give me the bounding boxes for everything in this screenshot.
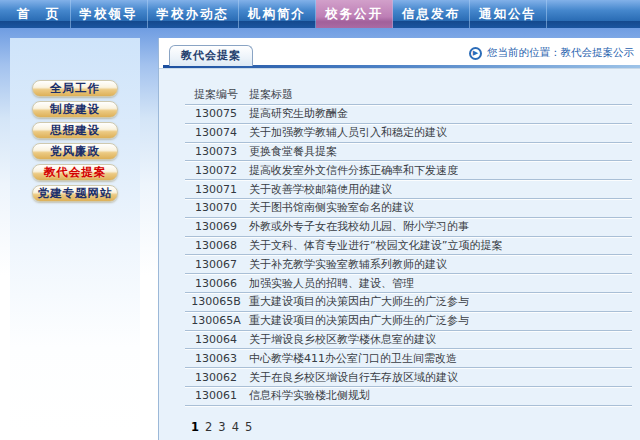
proposal-id: 130065B <box>185 295 247 308</box>
page-number-3[interactable]: 3 <box>218 420 225 434</box>
content-header: 教代会提案 ▶ 您当前的位置：教代会提案公示 <box>159 38 640 68</box>
proposal-id: 130066 <box>185 277 247 290</box>
proposal-id: 130064 <box>185 333 247 346</box>
sidebar-button-3[interactable]: 思想建设 <box>32 122 118 139</box>
proposal-id: 130061 <box>185 389 247 402</box>
sidebar-button-2[interactable]: 制度建设 <box>32 101 118 118</box>
table-row[interactable]: 130066加强实验人员的招聘、建设、管理 <box>185 274 632 293</box>
nav-item-1[interactable]: 首 页 <box>8 0 71 28</box>
nav-item-3[interactable]: 学校办动态 <box>148 0 240 28</box>
proposal-title: 中心教学楼411办公室门口的卫生间需改造 <box>247 351 457 366</box>
proposal-id: 130071 <box>185 183 247 196</box>
nav-item-7[interactable]: 通知公告 <box>470 0 547 28</box>
table-row[interactable]: 130075提高研究生助教酬金 <box>185 105 632 124</box>
proposal-title: 关于增设良乡校区教学楼休息室的建议 <box>247 332 436 347</box>
proposal-title: 关于文科、体育专业进行“校园文化建设”立项的提案 <box>247 238 502 253</box>
proposal-title: 关于改善学校邮箱使用的建议 <box>247 182 392 197</box>
proposal-title: 提高收发室外文信件分拣正确率和下发速度 <box>247 163 458 178</box>
proposal-title: 加强实验人员的招聘、建设、管理 <box>247 276 414 291</box>
table-row[interactable]: 130072提高收发室外文信件分拣正确率和下发速度 <box>185 161 632 180</box>
breadcrumb: ▶ 您当前的位置：教代会提案公示 <box>469 46 634 60</box>
top-navbar: 首 页学校领导学校办动态机构简介校务公开信息发布通知公告 <box>0 0 640 28</box>
page-background: 全局工作制度建设思想建设党风廉政教代会提案党建专题网站 教代会提案 ▶ 您当前的… <box>0 28 640 440</box>
nav-item-6[interactable]: 信息发布 <box>393 0 470 28</box>
page-number-1[interactable]: 1 <box>191 420 199 434</box>
proposal-title: 关于加强教学教辅人员引入和稳定的建议 <box>247 125 447 140</box>
page-number-4[interactable]: 4 <box>232 420 239 434</box>
proposal-title: 关于补充教学实验室教辅系列教师的建议 <box>247 257 447 272</box>
proposal-title: 信息科学实验楼北侧规划 <box>247 388 370 403</box>
proposal-id: 130074 <box>185 126 247 139</box>
sidebar-button-1[interactable]: 全局工作 <box>32 80 118 97</box>
page-number-5[interactable]: 5 <box>245 420 252 434</box>
proposal-title: 关于图书馆南侧实验室命名的建议 <box>247 200 414 215</box>
table-row[interactable]: 130071关于改善学校邮箱使用的建议 <box>185 180 632 199</box>
proposal-id: 130067 <box>185 258 247 271</box>
page-number-2[interactable]: 2 <box>205 420 212 434</box>
breadcrumb-text: 您当前的位置：教代会提案公示 <box>487 46 634 60</box>
proposal-title: 更换食堂餐具提案 <box>247 144 337 159</box>
sidebar-button-4[interactable]: 党风廉政 <box>32 143 118 160</box>
table-header-row: 提案编号 提案标题 <box>185 84 632 105</box>
proposal-id: 130070 <box>185 201 247 214</box>
location-arrow-icon: ▶ <box>469 47 482 60</box>
table-row[interactable]: 130065B重大建设项目的决策因由广大师生的广泛参与 <box>185 293 632 312</box>
sidebar: 全局工作制度建设思想建设党风廉政教代会提案党建专题网站 <box>10 38 140 434</box>
sidebar-button-5[interactable]: 教代会提案 <box>32 164 118 181</box>
proposal-title: 外教或外专子女在我校幼儿园、附小学习的事 <box>247 219 469 234</box>
table-row[interactable]: 130064关于增设良乡校区教学楼休息室的建议 <box>185 331 632 350</box>
proposal-id: 130068 <box>185 239 247 252</box>
proposal-id: 130062 <box>185 371 247 384</box>
content-area: 教代会提案 ▶ 您当前的位置：教代会提案公示 提案编号 提案标题 130075提… <box>158 38 640 440</box>
proposal-id: 130075 <box>185 107 247 120</box>
table-row[interactable]: 130068关于文科、体育专业进行“校园文化建设”立项的提案 <box>185 237 632 256</box>
table-row[interactable]: 130070关于图书馆南侧实验室命名的建议 <box>185 199 632 218</box>
proposal-id: 130063 <box>185 352 247 365</box>
nav-item-5[interactable]: 校务公开 <box>316 0 393 28</box>
sidebar-button-list: 全局工作制度建设思想建设党风廉政教代会提案党建专题网站 <box>10 38 140 206</box>
proposal-table-panel: 提案编号 提案标题 130075提高研究生助教酬金130074关于加强教学教辅人… <box>159 68 640 440</box>
column-header-proposal-title: 提案标题 <box>247 87 293 102</box>
table-row[interactable]: 130063中心教学楼411办公室门口的卫生间需改造 <box>185 349 632 368</box>
table-row[interactable]: 130067关于补充教学实验室教辅系列教师的建议 <box>185 255 632 274</box>
table-row[interactable]: 130074关于加强教学教辅人员引入和稳定的建议 <box>185 124 632 143</box>
proposal-title: 重大建设项目的决策因由广大师生的广泛参与 <box>247 294 469 309</box>
nav-item-4[interactable]: 机构简介 <box>239 0 316 28</box>
proposal-table: 提案编号 提案标题 130075提高研究生助教酬金130074关于加强教学教辅人… <box>185 84 632 406</box>
table-row[interactable]: 130069外教或外专子女在我校幼儿园、附小学习的事 <box>185 218 632 237</box>
sidebar-button-6[interactable]: 党建专题网站 <box>32 185 118 202</box>
column-header-proposal-id: 提案编号 <box>185 87 247 102</box>
proposal-id: 130072 <box>185 164 247 177</box>
table-row[interactable]: 130065A重大建设项目的决策因由广大师生的广泛参与 <box>185 312 632 331</box>
proposal-id: 130069 <box>185 220 247 233</box>
proposal-id: 130073 <box>185 145 247 158</box>
table-row[interactable]: 130061信息科学实验楼北侧规划 <box>185 387 632 406</box>
proposal-id: 130065A <box>185 314 247 327</box>
proposal-title: 重大建设项目的决策因由广大师生的广泛参与 <box>247 313 469 328</box>
tab-proposal-list[interactable]: 教代会提案 <box>169 45 253 66</box>
table-row[interactable]: 130073更换食堂餐具提案 <box>185 143 632 162</box>
proposal-title: 提高研究生助教酬金 <box>247 106 348 121</box>
proposal-title: 关于在良乡校区增设自行车存放区域的建议 <box>247 370 458 385</box>
pagination: 12345 <box>191 420 640 434</box>
nav-item-2[interactable]: 学校领导 <box>71 0 148 28</box>
table-row[interactable]: 130062关于在良乡校区增设自行车存放区域的建议 <box>185 368 632 387</box>
